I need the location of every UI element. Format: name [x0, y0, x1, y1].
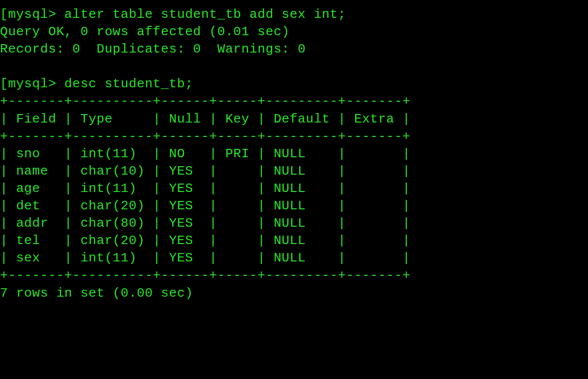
table-row: | name | char(10) | YES | | NULL | | [0, 164, 410, 179]
table-row: | sex | int(11) | YES | | NULL | | [0, 251, 410, 265]
table-border-bottom: +-------+----------+------+-----+-------… [0, 268, 410, 283]
table-row: | det | char(20) | YES | | NULL | | [0, 198, 410, 213]
table-border-top: +-------+----------+------+-----+-------… [0, 94, 410, 109]
table-border-mid: +-------+----------+------+-----+-------… [0, 129, 410, 144]
table-row: | tel | char(20) | YES | | NULL | | [0, 233, 410, 248]
table-row: | age | int(11) | YES | | NULL | | [0, 181, 410, 196]
table-row: | sno | int(11) | NO | PRI | NULL | | [0, 146, 410, 161]
table-row: | addr | char(80) | YES | | NULL | | [0, 216, 410, 231]
command-line-2[interactable]: [mysql> desc student_tb; [0, 76, 193, 91]
table-footer: 7 rows in set (0.00 sec) [0, 286, 193, 301]
result-line-records: Records: 0 Duplicates: 0 Warnings: 0 [0, 42, 306, 57]
table-header-row: | Field | Type | Null | Key | Default | … [0, 112, 410, 126]
result-line-ok: Query OK, 0 rows affected (0.01 sec) [0, 24, 290, 39]
terminal-output: [mysql> alter table student_tb add sex i… [0, 0, 588, 302]
command-line-1[interactable]: [mysql> alter table student_tb add sex i… [0, 7, 346, 22]
